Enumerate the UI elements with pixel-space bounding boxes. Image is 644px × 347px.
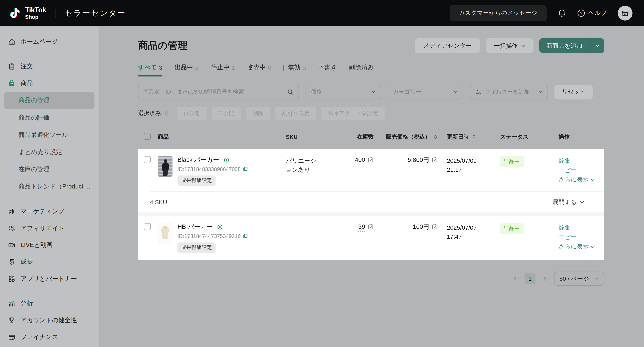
sidebar-subitem-label: 商品トレンド（Product ... bbox=[18, 183, 90, 191]
sidebar-item-growth[interactable]: 成長 bbox=[0, 254, 99, 270]
chevron-down-icon bbox=[590, 178, 594, 182]
sidebar-item-account-health[interactable]: アカウントの健全性 bbox=[0, 312, 99, 329]
sidebar-subitem-product-ratings[interactable]: 商品の評価 bbox=[4, 109, 95, 126]
sidebar-subitem-bundle-settings[interactable]: まとめ売り設定 bbox=[4, 144, 95, 161]
tab-draft[interactable]: 下書き bbox=[318, 64, 337, 77]
add-filter-label: フィルターを追加 bbox=[485, 88, 530, 96]
preview-eye-icon[interactable] bbox=[217, 224, 223, 230]
row-checkbox[interactable] bbox=[144, 156, 150, 163]
sidebar-item-affiliate[interactable]: アフィリエイト bbox=[0, 220, 99, 237]
media-center-button[interactable]: メディアセンター bbox=[415, 38, 480, 53]
tab-count: 1 bbox=[232, 64, 235, 71]
prev-page-button[interactable] bbox=[513, 276, 518, 281]
storefront-icon bbox=[621, 9, 629, 17]
sidebar-item-live-video[interactable]: LIVEと動画 bbox=[0, 237, 99, 253]
show-more-link[interactable]: さらに表示 bbox=[558, 175, 598, 184]
updated-date: 2025/07/07 bbox=[447, 223, 490, 232]
help-menu[interactable]: ? ヘルプ bbox=[577, 9, 607, 17]
search-input[interactable]: 商品名、ID、またはSKU管理番号を検索 bbox=[138, 85, 299, 99]
row-checkbox[interactable] bbox=[144, 223, 150, 230]
sidebar-item-analytics[interactable]: 分析 bbox=[0, 295, 99, 312]
sidebar-divider bbox=[6, 291, 92, 291]
tab-deleted[interactable]: 削除済み bbox=[349, 64, 374, 77]
sidebar-item-products[interactable]: 商品 bbox=[0, 75, 99, 92]
republish-button[interactable]: 再公開 bbox=[176, 107, 206, 120]
copy-link[interactable]: コピー bbox=[558, 166, 598, 175]
edit-price-icon[interactable] bbox=[432, 224, 438, 230]
selected-label: 選択済み: bbox=[138, 110, 163, 117]
select-all-checkbox[interactable] bbox=[144, 133, 150, 140]
tab-inactive[interactable]: 無効 0 bbox=[284, 64, 306, 77]
edit-link[interactable]: 編集 bbox=[558, 223, 598, 233]
edit-stock-icon[interactable] bbox=[368, 156, 374, 163]
customer-messages-button[interactable]: カスタマーからのメッセージ bbox=[450, 5, 547, 21]
sidebar-item-finance[interactable]: ファイナンス bbox=[0, 329, 99, 345]
bulk-operations-button[interactable]: 一括操作 bbox=[486, 38, 534, 53]
sidebar-subitem-inventory-management[interactable]: 在庫の管理 bbox=[4, 161, 95, 178]
expand-button[interactable]: 展開する bbox=[552, 198, 584, 206]
set-stock-alert-button[interactable]: 在庫アラートを設定 bbox=[321, 107, 385, 120]
chevron-down-icon bbox=[594, 275, 599, 282]
edit-price-icon[interactable] bbox=[432, 156, 438, 163]
filter-bar: 商品名、ID、またはSKU管理番号を検索 価格 カテゴリー bbox=[138, 85, 604, 99]
apps-grid-icon bbox=[8, 275, 16, 283]
sidebar-item-marketing[interactable]: マーケティング bbox=[0, 203, 99, 220]
status-badge: 出品中 bbox=[500, 223, 524, 234]
stock-value: 400 bbox=[355, 156, 365, 163]
home-icon bbox=[8, 38, 16, 46]
tab-live[interactable]: 出品中 2 bbox=[175, 64, 199, 77]
sidebar-subitem-product-optimizer[interactable]: 商品最適化ツール bbox=[4, 127, 95, 143]
chevron-down-icon bbox=[538, 89, 543, 95]
page-size-label: 50 / ページ bbox=[560, 275, 589, 282]
sidebar-subitem-label: まとめ売り設定 bbox=[18, 148, 62, 156]
tab-under-review[interactable]: 審査中 0 bbox=[247, 64, 271, 77]
copy-link[interactable]: コピー bbox=[558, 233, 598, 242]
svg-text:?: ? bbox=[580, 11, 582, 15]
tiktok-shop-logo[interactable]: TikTok Shop bbox=[9, 6, 46, 20]
tab-count: 3 bbox=[159, 64, 162, 71]
sidebar-subitem-product-management[interactable]: 商品の管理 bbox=[4, 92, 95, 109]
set-discount-button[interactable]: 割引を設定 bbox=[275, 107, 316, 120]
notification-bell-icon[interactable] bbox=[558, 9, 566, 18]
reset-button[interactable]: リセット bbox=[554, 85, 593, 99]
unpublish-button[interactable]: 非公開 bbox=[211, 107, 241, 120]
add-product-dropdown-button[interactable] bbox=[590, 38, 604, 53]
category-filter-select[interactable]: カテゴリー bbox=[388, 85, 464, 99]
edit-stock-icon[interactable] bbox=[368, 224, 374, 230]
row-gap bbox=[138, 212, 604, 216]
sidebar-item-homepage[interactable]: ホームページ bbox=[0, 33, 99, 50]
next-page-button[interactable] bbox=[542, 276, 548, 281]
sidebar-subitem-label: 商品の管理 bbox=[18, 97, 50, 104]
header-price-sortable[interactable]: 販売価格（税込） bbox=[374, 133, 438, 141]
add-product-button[interactable]: 新商品を追加 bbox=[539, 38, 590, 53]
price-filter-select[interactable]: 価格 bbox=[306, 85, 381, 99]
tab-all[interactable]: すべて 3 bbox=[138, 64, 162, 77]
copy-icon[interactable] bbox=[243, 166, 248, 172]
add-filter-button[interactable]: フィルターを追加 bbox=[470, 85, 548, 99]
show-more-link[interactable]: さらに表示 bbox=[558, 242, 598, 251]
copy-icon[interactable] bbox=[243, 233, 248, 239]
preview-eye-icon[interactable] bbox=[223, 157, 230, 163]
current-page[interactable]: 1 bbox=[524, 273, 536, 284]
sidebar-item-apps-partners[interactable]: アプリとパートナー bbox=[0, 270, 99, 287]
orders-clipboard-icon bbox=[8, 63, 16, 70]
tab-suspended[interactable]: 停止中 1 bbox=[211, 64, 235, 77]
price-value: 100円 bbox=[413, 223, 429, 231]
header-updated-sortable[interactable]: 更新日時 bbox=[438, 133, 490, 141]
tab-label: 出品中 bbox=[175, 64, 193, 72]
header-stock: 在庫数 bbox=[341, 133, 374, 141]
page-size-select[interactable]: 50 / ページ bbox=[554, 271, 604, 285]
tab-label: 停止中 bbox=[211, 64, 230, 72]
shop-avatar[interactable] bbox=[618, 6, 632, 20]
price-filter-label: 価格 bbox=[311, 88, 322, 96]
sidebar-item-label: 成長 bbox=[20, 258, 33, 266]
app-root: TikTok Shop セラーセンター カスタマーからのメッセージ ? bbox=[0, 0, 644, 347]
pagination: 1 50 / ページ bbox=[138, 271, 604, 298]
sidebar-subitem-product-trends[interactable]: 商品トレンド（Product ... bbox=[4, 178, 95, 195]
sidebar-item-orders[interactable]: 注文 bbox=[0, 58, 99, 75]
edit-link[interactable]: 編集 bbox=[558, 156, 598, 165]
delete-button[interactable]: 削除 bbox=[246, 107, 270, 120]
brand-line1: TikTok bbox=[25, 6, 46, 13]
tab-count: 0 bbox=[268, 64, 271, 71]
sku-count: 4 SKU bbox=[150, 199, 167, 205]
